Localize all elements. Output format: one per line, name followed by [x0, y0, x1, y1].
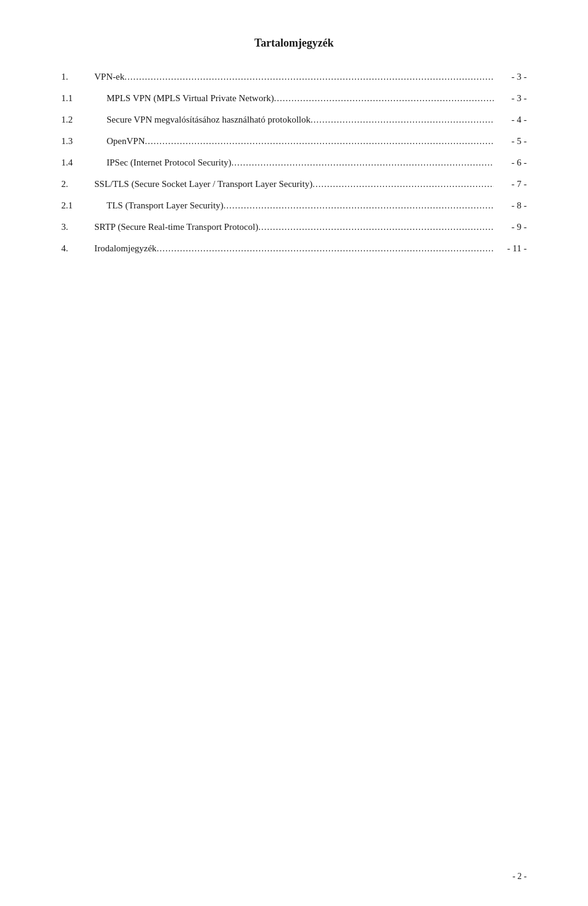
toc-dots: OpenVPN	[107, 134, 494, 149]
toc-dots: IPSec (Internet Protocol Security)	[107, 155, 494, 170]
toc-item-number: 2.1	[61, 198, 104, 213]
toc-item-number: 3.	[61, 219, 92, 234]
toc-item-page: - 7 -	[496, 177, 527, 191]
toc-item-page: - 11 -	[496, 241, 527, 256]
toc-dots: TLS (Transport Layer Security)	[107, 198, 494, 213]
toc-item-page: - 4 -	[496, 112, 527, 127]
toc-item: 1. VPN-ek - 3 -	[61, 69, 527, 85]
toc-item-number: 1.4	[61, 155, 104, 170]
toc-item-page: - 3 -	[496, 69, 527, 84]
toc-item: 3. SRTP (Secure Real-time Transport Prot…	[61, 219, 527, 235]
toc-item: 1.2 Secure VPN megvalósításához használh…	[61, 112, 527, 128]
toc-list: 1. VPN-ek - 3 - 1.1 MPLS VPN (MPLS Virtu…	[61, 69, 527, 256]
page-container: Tartalomjegyzék 1. VPN-ek - 3 - 1.1 MPLS…	[0, 0, 588, 906]
toc-dots: MPLS VPN (MPLS Virtual Private Network)	[107, 91, 494, 106]
toc-item-number: 4.	[61, 241, 92, 256]
toc-item-page: - 3 -	[496, 91, 527, 105]
toc-dots: SRTP (Secure Real-time Transport Protoco…	[94, 219, 494, 235]
toc-item-number: 2.	[61, 177, 92, 191]
toc-item-page: - 5 -	[496, 134, 527, 148]
toc-item: 2. SSL/TLS (Secure Socket Layer / Transp…	[61, 177, 527, 192]
toc-item: 1.3 OpenVPN - 5 -	[61, 134, 527, 149]
toc-item-page: - 9 -	[496, 219, 527, 234]
toc-item: 1.4 IPSec (Internet Protocol Security) -…	[61, 155, 527, 170]
page-footer: - 2 -	[513, 872, 527, 881]
toc-item-number: 1.	[61, 69, 92, 84]
toc-item: 1.1 MPLS VPN (MPLS Virtual Private Netwo…	[61, 91, 527, 106]
toc-item-page: - 8 -	[496, 198, 527, 213]
toc-dots: Secure VPN megvalósításához használható …	[107, 112, 494, 128]
toc-dots: SSL/TLS (Secure Socket Layer / Transport…	[94, 177, 494, 192]
toc-item: 4. Irodalomjegyzék - 11 -	[61, 241, 527, 256]
toc-dots: Irodalomjegyzék	[94, 241, 494, 256]
toc-dots: VPN-ek	[94, 69, 494, 85]
toc-item-number: 1.1	[61, 91, 104, 105]
toc-item: 2.1 TLS (Transport Layer Security) - 8 -	[61, 198, 527, 213]
toc-item-number: 1.3	[61, 134, 104, 148]
toc-title: Tartalomjegyzék	[61, 37, 527, 50]
toc-item-page: - 6 -	[496, 155, 527, 170]
toc-item-number: 1.2	[61, 112, 104, 127]
